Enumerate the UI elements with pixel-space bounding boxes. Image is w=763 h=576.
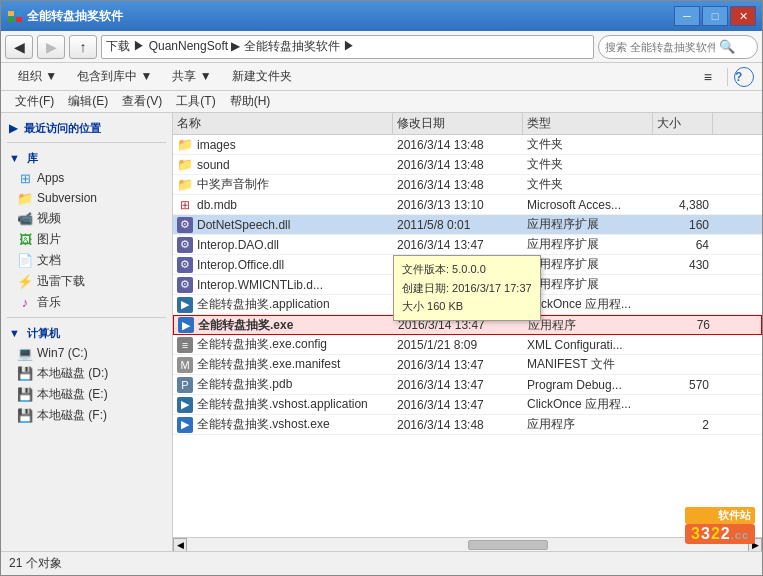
horizontal-scrollbar[interactable]: ◀ ▶ [173, 537, 762, 551]
search-box: 🔍 [598, 35, 758, 59]
table-row[interactable]: 📁 sound 2016/3/14 13:48 文件夹 [173, 155, 762, 175]
menu-file[interactable]: 文件(F) [9, 92, 60, 112]
minimize-button[interactable]: ─ [674, 6, 700, 26]
table-row[interactable]: ⚙ Interop.DAO.dll 2016/3/14 13:47 应用程序扩展… [173, 235, 762, 255]
sidebar: ▶ 最近访问的位置 ▼ 库 ⊞ Apps 📁 Subversion 📹 视频 [1, 113, 173, 551]
search-icon: 🔍 [719, 39, 735, 54]
file-date: 2016/3/14 13:48 [393, 158, 523, 172]
back-button[interactable]: ◀ [5, 35, 33, 59]
sidebar-item-thunder[interactable]: ⚡ 迅雷下载 [1, 271, 172, 292]
status-text: 21 个对象 [9, 555, 62, 572]
svg-rect-3 [16, 17, 22, 22]
sidebar-recent-label[interactable]: ▶ 最近访问的位置 [1, 117, 172, 138]
file-name: 中奖声音制作 [197, 176, 269, 193]
file-type: 应用程序扩展 [523, 276, 653, 293]
scroll-thumb[interactable] [468, 540, 548, 550]
table-row[interactable]: ≡ 全能转盘抽奖.exe.config 2015/1/21 8:09 XML C… [173, 335, 762, 355]
menu-tools[interactable]: 工具(T) [170, 92, 221, 112]
menu-view[interactable]: 查看(V) [116, 92, 168, 112]
file-size: 76 [654, 318, 714, 332]
sidebar-item-photos-label: 图片 [37, 231, 61, 248]
sidebar-item-drive-e[interactable]: 💾 本地磁盘 (E:) [1, 384, 172, 405]
sidebar-item-photos[interactable]: 🖼 图片 [1, 229, 172, 250]
sidebar-item-win7[interactable]: 💻 Win7 (C:) [1, 343, 172, 363]
config-icon: ≡ [177, 337, 193, 353]
svg-rect-0 [8, 11, 14, 16]
sidebar-divider-2 [7, 317, 166, 318]
file-size: 430 [653, 258, 713, 272]
file-size: 64 [653, 238, 713, 252]
sidebar-recent-icon: ▶ [9, 122, 17, 134]
sidebar-item-subversion[interactable]: 📁 Subversion [1, 188, 172, 208]
thunder-icon: ⚡ [17, 274, 33, 290]
file-date: 2011/5/8 0:01 [393, 218, 523, 232]
file-name: Interop.WMICNTLib.d... [197, 278, 323, 292]
folder-icon: 📁 [177, 177, 193, 193]
close-button[interactable]: ✕ [730, 6, 756, 26]
table-row[interactable]: ⚙ DotNetSpeech.dll 2011/5/8 0:01 应用程序扩展 … [173, 215, 762, 235]
maximize-button[interactable]: □ [702, 6, 728, 26]
file-type: ClickOnce 应用程... [523, 296, 653, 313]
file-type: 应用程序扩展 [523, 256, 653, 273]
app-icon: ▶ [177, 297, 193, 313]
search-input[interactable] [605, 41, 715, 53]
sidebar-item-drive-d-label: 本地磁盘 (D:) [37, 365, 108, 382]
table-row[interactable]: ▶ 全能转盘抽奖.vshost.application 2016/3/14 13… [173, 395, 762, 415]
menu-edit[interactable]: 编辑(E) [62, 92, 114, 112]
file-date: 2016/3/14 13:47 [393, 398, 523, 412]
sidebar-library-label[interactable]: ▼ 库 [1, 147, 172, 168]
organize-button[interactable]: 组织 ▼ [9, 66, 66, 88]
vshost-exe-icon: ▶ [177, 417, 193, 433]
menu-help[interactable]: 帮助(H) [224, 92, 277, 112]
file-type: 文件夹 [523, 136, 653, 153]
forward-button[interactable]: ▶ [37, 35, 65, 59]
share-button[interactable]: 共享 ▼ [163, 66, 220, 88]
file-name: 全能转盘抽奖.exe [198, 317, 293, 334]
file-date: 2016/3/14 13:48 [393, 138, 523, 152]
view-button[interactable]: ≡ [695, 66, 721, 88]
table-row[interactable]: ⊞ db.mdb 2016/3/13 13:10 Microsoft Acces… [173, 195, 762, 215]
sidebar-item-docs[interactable]: 📄 文档 [1, 250, 172, 271]
file-type: MANIFEST 文件 [523, 356, 653, 373]
sidebar-item-video[interactable]: 📹 视频 [1, 208, 172, 229]
sidebar-item-apps[interactable]: ⊞ Apps [1, 168, 172, 188]
title-bar: 全能转盘抽奖软件 ─ □ ✕ [1, 1, 762, 31]
dll-icon: ⚙ [177, 217, 193, 233]
manifest-icon: M [177, 357, 193, 373]
drive-e-icon: 💾 [17, 387, 33, 403]
table-row[interactable]: 📁 中奖声音制作 2016/3/14 13:48 文件夹 [173, 175, 762, 195]
svg-rect-2 [8, 17, 14, 22]
col-header-date[interactable]: 修改日期 [393, 113, 523, 134]
up-button[interactable]: ↑ [69, 35, 97, 59]
subversion-icon: 📁 [17, 190, 33, 206]
vshost-app-icon: ▶ [177, 397, 193, 413]
dll-icon: ⚙ [177, 237, 193, 253]
table-row[interactable]: P 全能转盘抽奖.pdb 2016/3/14 13:47 Program Deb… [173, 375, 762, 395]
col-header-name[interactable]: 名称 [173, 113, 393, 134]
file-name: 全能转盘抽奖.vshost.exe [197, 416, 330, 433]
col-header-type[interactable]: 类型 [523, 113, 653, 134]
file-date: 2016/3/14 13:47 [393, 378, 523, 392]
file-name: 全能转盘抽奖.exe.manifest [197, 356, 340, 373]
tooltip-size: 大小 160 KB [402, 297, 532, 316]
sidebar-item-music[interactable]: ♪ 音乐 [1, 292, 172, 313]
file-date: 2016/3/14 13:48 [393, 178, 523, 192]
table-row[interactable]: 📁 images 2016/3/14 13:48 文件夹 [173, 135, 762, 155]
sidebar-computer-label[interactable]: ▼ 计算机 [1, 322, 172, 343]
sidebar-item-drive-d[interactable]: 💾 本地磁盘 (D:) [1, 363, 172, 384]
file-size: 4,380 [653, 198, 713, 212]
sidebar-item-music-label: 音乐 [37, 294, 61, 311]
dll-icon: ⚙ [177, 257, 193, 273]
table-row[interactable]: ▶ 全能转盘抽奖.vshost.exe 2016/3/14 13:48 应用程序… [173, 415, 762, 435]
table-row[interactable]: M 全能转盘抽奖.exe.manifest 2016/3/14 13:47 MA… [173, 355, 762, 375]
tooltip-created: 创建日期: 2016/3/17 17:37 [402, 279, 532, 298]
file-type: Microsoft Acces... [523, 198, 653, 212]
help-button[interactable]: ? [734, 67, 754, 87]
scroll-left-button[interactable]: ◀ [173, 538, 187, 552]
include-button[interactable]: 包含到库中 ▼ [68, 66, 161, 88]
file-type: Program Debug... [523, 378, 653, 392]
col-header-size[interactable]: 大小 [653, 113, 713, 134]
sidebar-item-drive-f[interactable]: 💾 本地磁盘 (F:) [1, 405, 172, 426]
file-size: 2 [653, 418, 713, 432]
new-folder-button[interactable]: 新建文件夹 [223, 66, 301, 88]
